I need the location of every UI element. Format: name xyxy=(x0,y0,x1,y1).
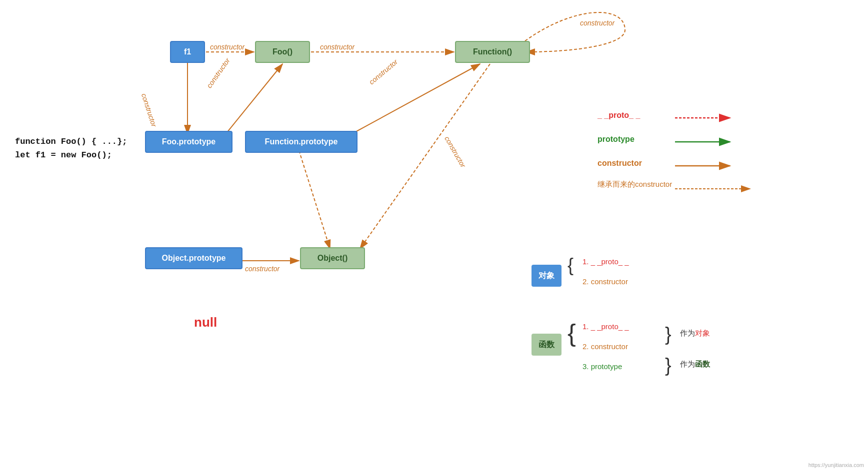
box-object-fn: Object() xyxy=(300,247,365,269)
as-object-label: 作为对象 xyxy=(680,329,710,338)
diagram-container: function Foo() { ...}; let f1 = new Foo(… xyxy=(0,0,868,472)
object-brace: { xyxy=(568,255,574,276)
as-object-label-red: 对象 xyxy=(695,329,710,337)
svg-line-4 xyxy=(350,64,480,135)
code-line1: function Foo() { ...}; xyxy=(15,135,127,148)
label-f1-foo-constructor: constructor xyxy=(210,43,244,51)
label-funcproto-function-constructor: constructor xyxy=(368,57,399,86)
watermark: https://yunjitianxia.com xyxy=(808,462,864,468)
function-brace-left: { xyxy=(568,319,576,348)
label-foo-function-constructor: constructor xyxy=(320,43,354,51)
svg-line-3 xyxy=(225,64,282,135)
legend-constructor-label: constructor xyxy=(598,159,642,168)
null-label: null xyxy=(194,315,217,330)
label-function-object-constructor: constructor xyxy=(443,135,467,169)
code-block: function Foo() { ...}; let f1 = new Foo(… xyxy=(15,135,127,162)
function-brace-right-fn: } xyxy=(665,355,672,376)
box-foo-prototype: Foo.prototype xyxy=(145,131,232,153)
function-item-1: 1. _ _proto_ _ xyxy=(582,322,629,331)
function-item-2: 2. constructor xyxy=(582,342,628,351)
label-fooproto-foo-constructor: constructor xyxy=(205,56,232,89)
object-item-2: 2. constructor xyxy=(582,277,628,286)
box-function-prototype: Function.prototype xyxy=(245,131,358,153)
legend-function-box: 函数 xyxy=(532,334,562,356)
box-f1: f1 xyxy=(170,41,205,63)
object-item-1: 1. _ _proto_ _ xyxy=(582,257,629,266)
as-function-label-green: 函数 xyxy=(695,360,710,368)
function-brace-right-object: } xyxy=(665,324,672,345)
as-function-label: 作为函数 xyxy=(680,360,710,369)
legend-object-box: 对象 xyxy=(532,265,562,287)
legend-proto-label: _ _proto_ _ xyxy=(598,111,640,120)
function-item-3: 3. prototype xyxy=(582,362,622,371)
code-line2: let f1 = new Foo(); xyxy=(15,148,127,162)
box-object-prototype: Object.prototype xyxy=(145,247,242,269)
label-objproto-obj-constructor: constructor xyxy=(245,265,280,273)
box-foo-fn: Foo() xyxy=(255,41,310,63)
svg-line-6 xyxy=(298,146,330,249)
label-f1-fooproto-constructor: constructor xyxy=(140,92,158,128)
label-function-self-constructor: constructor xyxy=(580,19,614,27)
box-function-fn: Function() xyxy=(455,41,530,63)
legend-inherited-label: 继承而来的constructor xyxy=(598,180,672,189)
legend-prototype-label: prototype xyxy=(598,135,634,144)
arrows-svg xyxy=(0,0,868,472)
svg-line-7 xyxy=(360,64,490,249)
